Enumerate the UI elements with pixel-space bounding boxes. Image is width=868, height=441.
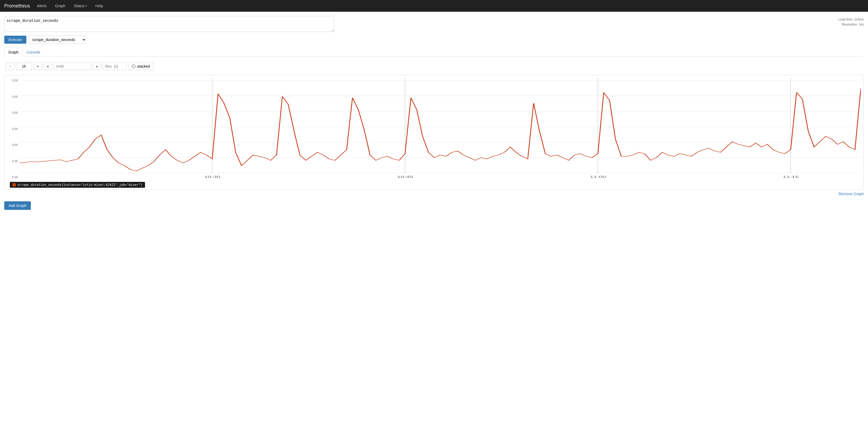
legend-item[interactable]: scrape_duration_seconds{instance="istio-… xyxy=(10,182,145,188)
nav-graph[interactable]: Graph xyxy=(54,3,67,9)
bottom-row: Remove Graph xyxy=(4,189,864,198)
metric-select[interactable]: scrape_duration_seconds xyxy=(29,35,86,44)
legend-color-swatch xyxy=(12,183,16,186)
navbar-brand: Prometheus xyxy=(4,3,30,9)
query-meta: Load time: 115ms Resolution: 14s xyxy=(838,17,864,27)
load-time: Load time: 115ms xyxy=(838,17,864,22)
y-axis: 0.00 0.00 0.00 0.00 0.00 0.00 0.00 xyxy=(7,78,20,180)
execute-button[interactable]: Execute xyxy=(4,36,26,44)
time-forward-button[interactable]: » xyxy=(93,63,101,70)
nav-alerts[interactable]: Alerts xyxy=(35,3,48,9)
duration-input[interactable] xyxy=(16,63,32,70)
add-graph-row: Add Graph xyxy=(4,198,864,210)
svg-text:10:30: 10:30 xyxy=(204,175,220,178)
query-area: scrape_duration_seconds Load time: 115ms… xyxy=(4,16,864,33)
tab-console[interactable]: Console xyxy=(23,48,44,57)
until-input[interactable] xyxy=(54,63,91,70)
chart-inner: 10:30 10:45 11:00 11:15 xyxy=(20,78,861,180)
stacked-button[interactable]: stacked xyxy=(128,63,153,70)
chart-area: 0.00 0.00 0.00 0.00 0.00 0.00 0.00 xyxy=(7,78,861,180)
svg-text:11:15: 11:15 xyxy=(783,175,799,178)
graph-svg: 10:30 10:45 11:00 11:15 xyxy=(20,78,861,179)
series-line xyxy=(20,88,861,171)
resolution: Resolution: 14s xyxy=(838,22,864,27)
tabs: Graph Console xyxy=(4,48,864,57)
tab-graph[interactable]: Graph xyxy=(4,48,23,57)
legend-series-label: scrape_duration_seconds{instance="istio-… xyxy=(17,183,142,187)
svg-text:10:45: 10:45 xyxy=(397,175,413,178)
remove-graph-link[interactable]: Remove Graph xyxy=(838,192,864,196)
add-graph-button[interactable]: Add Graph xyxy=(4,201,31,210)
legend-area: scrape_duration_seconds{instance="istio-… xyxy=(7,180,861,189)
navbar: Prometheus Alerts Graph Status ▾ Help xyxy=(0,0,868,12)
graph-controls: - + « » stacked xyxy=(4,60,864,72)
graph-container: 0.00 0.00 0.00 0.00 0.00 0.00 0.00 xyxy=(4,75,864,189)
time-back-button[interactable]: « xyxy=(44,63,52,70)
execute-row: Execute scrape_duration_seconds xyxy=(4,35,864,44)
duration-plus-button[interactable]: + xyxy=(34,63,42,70)
nav-help[interactable]: Help xyxy=(94,3,104,9)
chevron-down-icon: ▾ xyxy=(85,4,87,7)
nav-status[interactable]: Status ▾ xyxy=(72,3,89,9)
main-content: scrape_duration_seconds Load time: 115ms… xyxy=(0,12,868,441)
query-input[interactable]: scrape_duration_seconds xyxy=(4,16,334,32)
duration-minus-button[interactable]: - xyxy=(6,63,14,70)
stacked-circle-icon xyxy=(132,64,135,68)
resolution-input[interactable] xyxy=(103,63,127,70)
svg-text:11:00: 11:00 xyxy=(590,175,606,178)
